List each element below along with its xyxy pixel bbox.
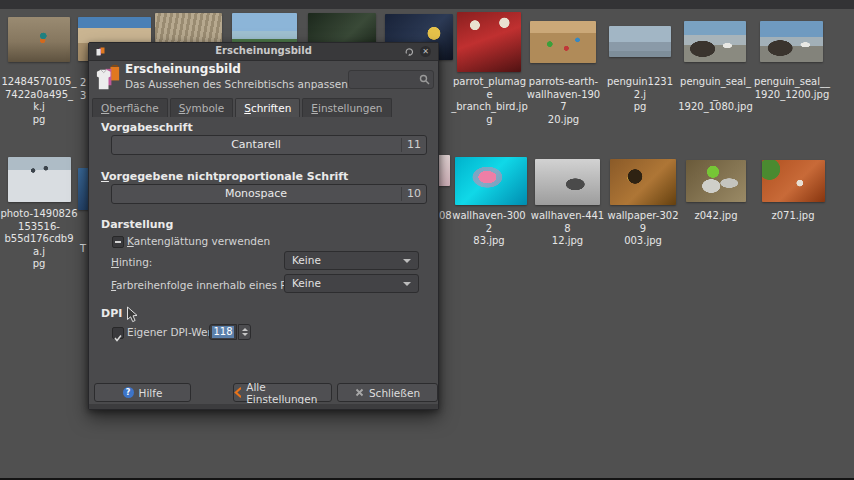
default-font-size: 11 xyxy=(401,138,426,152)
antialias-label[interactable]: Kantenglättung verwenden xyxy=(127,235,270,247)
dialog-titlebar[interactable]: Erscheinungsbild ✕ xyxy=(89,43,438,61)
thumbnail-jellyfish[interactable] xyxy=(455,157,527,205)
file-label-city[interactable]: wallhaven-4418 12.jpg xyxy=(530,210,605,248)
window-title: Erscheinungsbild xyxy=(89,45,438,56)
thumbnail-penguin-seal-1080[interactable] xyxy=(684,21,746,62)
thumbnail-city-eagle[interactable] xyxy=(535,159,600,205)
custom-dpi-checkbox[interactable] xyxy=(112,327,124,339)
dpi-value-input[interactable]: 118 xyxy=(209,324,237,340)
rgba-order-dropdown[interactable]: Keine xyxy=(284,274,419,293)
chevron-down-icon xyxy=(403,259,411,263)
file-label-parrot[interactable]: parrot_plumage _branch_bird.jp g xyxy=(451,76,528,126)
rendering-section-label: Darstellung xyxy=(101,218,173,231)
thumbnail-parrots-earth[interactable] xyxy=(530,21,596,63)
back-chevron-icon xyxy=(234,387,241,398)
file-label-z042[interactable]: z042.jpg xyxy=(680,210,752,223)
dpi-spinner[interactable] xyxy=(238,324,251,340)
thumbnail-kingfisher[interactable] xyxy=(8,17,70,62)
search-input[interactable] xyxy=(348,70,434,89)
tab-oberflaeche[interactable]: Oberfläche xyxy=(92,98,168,117)
help-icon: ? xyxy=(123,387,134,398)
tab-schriften[interactable]: Schriften xyxy=(235,98,300,117)
default-font-button[interactable]: Cantarell 11 xyxy=(111,135,427,155)
file-label-photo[interactable]: photo-1490826 153516- b55d176cdb9a.j pg xyxy=(0,208,78,271)
mouse-cursor xyxy=(126,306,138,323)
file-label-parrots-earth[interactable]: parrots-earth- wallhaven-1907 20.jpg xyxy=(526,76,601,126)
tab-einstellungen[interactable]: Einstellungen xyxy=(302,98,391,117)
window-close-icon[interactable]: ✕ xyxy=(420,46,431,57)
tab-symbole[interactable]: Symbole xyxy=(170,98,234,117)
top-panel xyxy=(0,0,854,9)
mono-font-button[interactable]: Monospace 10 xyxy=(111,184,427,204)
file-label-seal-1200[interactable]: penguin_seal__ 1920_1200.jpg xyxy=(754,76,830,101)
thumbnail-red-panda[interactable] xyxy=(762,160,825,202)
search-icon xyxy=(419,74,430,85)
hinting-value: Keine xyxy=(292,254,321,266)
rgba-order-value: Keine xyxy=(292,277,321,289)
file-label-kingfisher[interactable]: 12484570105_ 7422a0a495_k.j pg xyxy=(1,76,77,126)
thumbnail-budgie[interactable] xyxy=(686,160,746,202)
thumbnail-penguin-seal-1200[interactable] xyxy=(760,21,823,62)
mono-font-size: 10 xyxy=(401,187,426,201)
help-button[interactable]: ? Hilfe xyxy=(94,383,191,402)
thumbnail-parrot-plumage[interactable] xyxy=(457,12,521,72)
mono-font-name: Monospace xyxy=(112,185,400,203)
spin-down-icon xyxy=(242,333,248,336)
dialog-title: Erscheinungsbild xyxy=(125,62,241,76)
file-label-eagle[interactable]: wallpaper-3029 003.jpg xyxy=(606,210,680,248)
thumbnail-penguin12312[interactable] xyxy=(609,26,671,57)
mono-font-section-label: Vorgegebene nichtproportionale Schrift xyxy=(101,170,348,183)
check-icon xyxy=(113,333,123,343)
dialog-subtitle: Das Aussehen des Schreibtischs anpassen xyxy=(125,78,348,90)
all-settings-button[interactable]: Alle Einstellungen xyxy=(233,383,332,402)
close-x-icon xyxy=(355,388,364,397)
dpi-section-label: DPI xyxy=(101,307,122,320)
chevron-down-icon xyxy=(403,282,411,286)
close-button[interactable]: Schließen xyxy=(337,383,438,402)
thumbnail-golden-eagle[interactable] xyxy=(610,159,676,205)
spin-up-icon xyxy=(242,328,248,331)
appearance-icon xyxy=(94,64,123,93)
help-button-label: Hilfe xyxy=(139,387,163,399)
custom-dpi-label[interactable]: Eigener DPI-Wert: xyxy=(127,326,220,338)
appearance-dialog: Erscheinungsbild ✕ Erscheinungsbild Das … xyxy=(88,42,439,410)
default-font-name: Cantarell xyxy=(112,136,400,154)
close-button-label: Schließen xyxy=(369,387,420,399)
hinting-dropdown[interactable]: Keine xyxy=(284,251,419,270)
all-settings-button-label: Alle Einstellungen xyxy=(246,381,331,405)
tab-bar: Oberfläche Symbole Schriften Einstellung… xyxy=(92,98,392,116)
window-shade-icon[interactable] xyxy=(404,47,414,57)
file-label-z071[interactable]: z071.jpg xyxy=(756,210,830,223)
hinting-label: Hinting: xyxy=(111,256,152,268)
antialias-checkbox[interactable] xyxy=(112,236,124,248)
dialog-bottom-edge xyxy=(89,404,438,409)
desktop: 12484570105_ 7422a0a495_k.j pg 2 3 parro… xyxy=(0,0,854,480)
thumbnail-photo-penguins[interactable] xyxy=(8,157,71,202)
file-label-penguin12312[interactable]: penguin12312.j pg xyxy=(603,76,677,114)
dpi-value: 118 xyxy=(212,326,234,338)
file-label-jellyfish[interactable]: wallhaven-3002 83.jpg xyxy=(450,210,528,248)
default-font-section-label: Vorgabeschrift xyxy=(101,121,193,134)
file-label-seal-1080[interactable]: penguin_seal__ 1920_1080.jpg xyxy=(678,76,753,114)
